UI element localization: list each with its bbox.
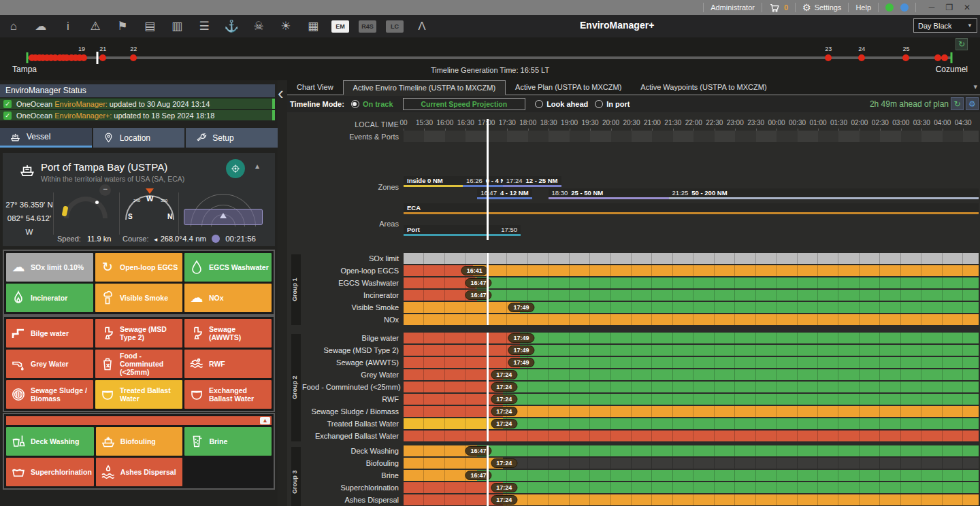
close-button[interactable]: ✕ — [958, 3, 976, 12]
route-waypoint-dot[interactable] — [902, 54, 909, 61]
panel-splitter[interactable]: ‹ — [278, 80, 287, 506]
piracy-icon[interactable]: ☠ — [247, 18, 270, 35]
tank-icon — [95, 386, 120, 403]
theme-select[interactable]: Day Black ▼ — [913, 18, 977, 33]
env-button-exchanged-ballast-water[interactable]: Exchanged Ballast Water — [184, 380, 272, 409]
cloud-download-icon[interactable]: ☁ — [29, 18, 52, 35]
help-button[interactable]: Help — [855, 3, 871, 12]
minimize-button[interactable]: ─ — [923, 3, 941, 12]
tab-active-waypoints-ustpa-to-mxczm[interactable]: Active Waypoints (USTPA to MXCZM) — [631, 80, 776, 95]
env-button-food-comminuted-25mm[interactable]: Food - Comminuted (<25mm) — [95, 350, 182, 378]
env-button-brine[interactable]: Brine — [184, 427, 272, 456]
row-label: Superchlorination — [302, 484, 399, 492]
compass-right: N — [167, 213, 172, 220]
env-button-rwf[interactable]: RWF — [184, 350, 272, 378]
row-bar — [404, 357, 979, 368]
timeline-settings-button[interactable]: ⚙ — [966, 97, 979, 110]
hazard-icon[interactable]: ⚠ — [84, 18, 107, 35]
r4s-badge[interactable]: R4S — [359, 20, 376, 33]
env-button-visible-smoke[interactable]: Visible Smoke — [95, 284, 182, 312]
news-icon[interactable]: ▦ — [301, 18, 325, 35]
checkbox-icon[interactable]: ✓ — [3, 100, 12, 108]
settings-button[interactable]: ⚙ Settings — [802, 2, 841, 13]
mode-option-on-track[interactable]: On track — [351, 100, 393, 108]
env-button-label: Open-loop EGCS — [120, 263, 180, 271]
env-group1-frame: ☁SOx limit 0.10%↻Open-loop EGCSEGCS Wash… — [3, 250, 275, 316]
route-waypoint-dot[interactable] — [825, 54, 832, 61]
open-book-icon[interactable]: ▥ — [165, 18, 189, 35]
drafting-compass-icon[interactable]: Λ — [410, 18, 434, 35]
tabs-overflow-chevron[interactable]: ▾ — [973, 82, 977, 91]
env-button-biofouling[interactable]: Biofouling — [96, 427, 183, 456]
timeline-generation-time: Timeline Generation Time: 16:55 LT — [0, 66, 980, 74]
route-waypoint-dot[interactable] — [130, 54, 137, 61]
chip-name: ECA — [407, 204, 421, 212]
route-waypoint-dot[interactable] — [934, 54, 941, 61]
env-button-treated-ballast-water[interactable]: Treated Ballast Water — [95, 380, 182, 409]
cart-button[interactable]: 0 — [769, 2, 788, 14]
locate-button[interactable] — [226, 159, 245, 178]
anchor-icon[interactable]: ⚓ — [220, 18, 243, 35]
info-icon[interactable]: i — [56, 18, 80, 35]
env-button-sewage-sludge-biomass[interactable]: Sewage Sludge / Biomass — [6, 380, 93, 409]
env-button-sox-limit-0-10[interactable]: ☁SOx limit 0.10% — [6, 253, 93, 282]
env-button-open-loop-egcs[interactable]: ↻Open-loop EGCS — [95, 253, 182, 282]
chart-flag-icon[interactable]: ⚑ — [111, 18, 134, 35]
nav-tab-location[interactable]: Location — [93, 128, 185, 148]
env-button-label: Grey Water — [31, 360, 71, 368]
enviromanager-status-header: EnviroManager Status — [0, 84, 275, 97]
nav-tab-setup[interactable]: Setup — [186, 128, 278, 148]
minus-button[interactable]: − — [99, 184, 111, 196]
env-button-egcs-washwater[interactable]: EGCS Washwater — [184, 253, 272, 282]
current-time-line — [487, 253, 489, 325]
env-button-sewage-awwts[interactable]: Sewage (AWWTS) — [184, 319, 272, 348]
status-endbar — [272, 99, 275, 109]
area-chip-port: Port17:50 — [404, 225, 521, 236]
mode-option-look-ahead[interactable]: Look ahead — [535, 100, 588, 108]
group3-collapse-button[interactable]: ▴ — [260, 417, 270, 424]
folded-map-icon[interactable]: ▤ — [138, 18, 161, 35]
refresh-button[interactable]: ↻ — [951, 97, 964, 110]
route-line[interactable]: 192122232425 — [27, 56, 951, 59]
env-button-ashes-dispersal[interactable]: Ashes Dispersal — [96, 458, 183, 486]
env-button-grey-water[interactable]: Grey Water — [6, 350, 93, 378]
route-waypoint-dot[interactable] — [80, 54, 87, 61]
route-waypoint-dot[interactable] — [941, 54, 948, 61]
row-label: RWF — [302, 395, 399, 403]
axis-tick-label: 15:30 — [416, 119, 433, 126]
restore-button[interactable]: ❐ — [941, 3, 958, 12]
env-button-sewage-msd-type-2[interactable]: Sewage (MSD Type 2) — [95, 319, 182, 348]
nav-tab-vessel[interactable]: Vessel — [0, 128, 92, 148]
port-collapse-chevron[interactable]: ▴ — [255, 161, 259, 171]
tab-active-plan-ustpa-to-mxczm[interactable]: Active Plan (USTPA to MXCZM) — [506, 80, 631, 95]
env-button-nox[interactable]: ☁NOx — [184, 284, 272, 312]
mode-option-in-port[interactable]: In port — [595, 100, 630, 108]
axis-tick-label: 19:00 — [561, 119, 578, 126]
env-button-bilge-water[interactable]: Bilge water — [6, 319, 93, 348]
route-refresh-button[interactable]: ↻ — [956, 38, 968, 50]
weather-icon[interactable]: ☀ — [274, 18, 297, 35]
books-icon[interactable]: ☰ — [193, 18, 216, 35]
timeline-row: Food - Comminuted (<25mm)17:24 — [287, 382, 980, 392]
status-product: EnviroManager+: — [54, 112, 112, 120]
checkbox-icon[interactable]: ✓ — [3, 112, 12, 120]
vessel-position-marker[interactable] — [97, 52, 99, 64]
lc-badge[interactable]: LC — [386, 20, 404, 33]
env-button-label: Brine — [209, 437, 229, 445]
current-speed-projection-button[interactable]: Current Speed Projection — [403, 98, 526, 110]
env-button-superchlorination[interactable]: Superchlorination — [6, 458, 94, 486]
env-button-label: Deck Washing — [31, 437, 81, 445]
env-button-incinerator[interactable]: Incinerator — [6, 284, 93, 312]
collapse-left-icon[interactable]: ‹ — [278, 83, 284, 104]
route-waypoint-dot[interactable] — [858, 54, 865, 61]
home-icon[interactable]: ⌂ — [2, 18, 25, 35]
em-badge[interactable]: EM — [331, 20, 349, 33]
tab-active-enviro-timeline-ustpa-to-mxczm[interactable]: Active Enviro Timeline (USTPA to MXCZM) — [343, 80, 506, 95]
route-waypoint-dot[interactable] — [99, 54, 106, 61]
env-button-deck-washing[interactable]: Deck Washing — [6, 427, 94, 456]
row-label: Treated Ballast Water — [302, 420, 399, 428]
tab-chart-view[interactable]: Chart View — [287, 80, 343, 95]
timeline-row: Deck Washing16:47 — [287, 445, 980, 456]
user-label[interactable]: Administrator — [710, 3, 755, 12]
route-waypoint-number: 19 — [78, 46, 85, 52]
